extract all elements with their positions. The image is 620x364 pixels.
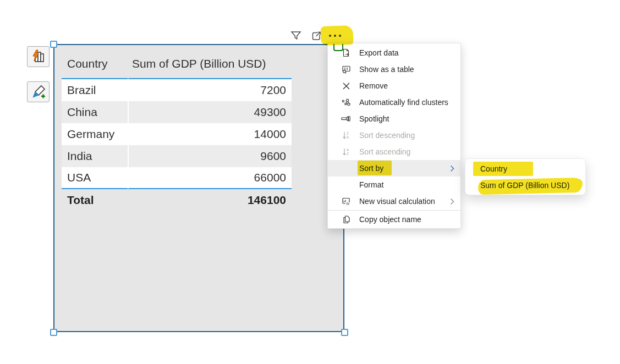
copy-icon: [341, 215, 351, 224]
sort-descending-icon: Z A: [341, 131, 351, 140]
focus-mode-button[interactable]: [309, 29, 322, 42]
format-visual-button[interactable]: [27, 81, 50, 102]
menu-item-label: Sort by: [359, 164, 383, 173]
visual-options-menu: Export data Show as a table Remove: [327, 43, 461, 229]
cell-value[interactable]: 7200: [128, 79, 292, 101]
menu-item-label: Remove: [359, 81, 388, 90]
menu-item-label: Sort ascending: [359, 147, 410, 156]
table-row[interactable]: Germany 14000: [62, 123, 292, 145]
more-options-button[interactable]: [327, 29, 343, 42]
resize-handle-bottom-right[interactable]: [341, 329, 348, 336]
chevron-right-icon: [450, 198, 454, 205]
chevron-right-icon: [450, 165, 454, 172]
data-table: Country Sum of GDP (Billion USD) Brazil …: [62, 49, 292, 211]
svg-text:A: A: [347, 135, 349, 139]
menu-item-label: Spotlight: [359, 114, 389, 123]
table-header-row: Country Sum of GDP (Billion USD): [62, 49, 292, 79]
menu-item-show-as-table[interactable]: Show as a table: [328, 61, 460, 78]
visual-calculation-icon: fx: [341, 197, 351, 206]
menu-item-find-clusters[interactable]: Automatically find clusters: [328, 94, 460, 111]
svg-text:A: A: [347, 148, 349, 152]
menu-item-label: Automatically find clusters: [359, 98, 448, 107]
menu-item-label: Show as a table: [359, 65, 414, 74]
filter-button[interactable]: [289, 29, 303, 42]
svg-text:Z: Z: [347, 152, 349, 156]
menu-item-spotlight[interactable]: Spotlight: [328, 111, 460, 127]
menu-item-label: Export data: [359, 48, 399, 57]
focus-mode-icon: [310, 30, 322, 42]
total-label: Total: [62, 189, 128, 211]
total-value: 146100: [128, 189, 292, 211]
menu-item-copy-object-name[interactable]: Copy object name: [328, 211, 460, 228]
table-row[interactable]: USA 66000: [62, 167, 292, 189]
ellipsis-icon: [329, 35, 342, 37]
submenu-item-label: Country: [480, 164, 507, 173]
menu-item-label: Copy object name: [359, 215, 421, 224]
cell-country[interactable]: India: [62, 145, 128, 167]
analyze-lightning-chart-icon: [31, 49, 46, 64]
resize-handle-bottom-left[interactable]: [50, 329, 57, 336]
clusters-icon: [341, 98, 351, 107]
svg-text:fx: fx: [346, 201, 349, 206]
cell-country[interactable]: Brazil: [62, 79, 128, 101]
submenu-item-country[interactable]: Country: [465, 161, 585, 177]
table-row[interactable]: China 49300: [62, 101, 292, 123]
table-row[interactable]: India 9600: [62, 145, 292, 167]
menu-item-label: Format: [359, 180, 383, 189]
cell-country[interactable]: USA: [62, 167, 128, 189]
submenu-item-gdp[interactable]: Sum of GDP (Billion USD): [465, 177, 585, 194]
column-header-gdp[interactable]: Sum of GDP (Billion USD): [128, 49, 292, 79]
cell-value[interactable]: 9600: [128, 145, 292, 167]
sort-ascending-icon: A Z: [341, 147, 351, 156]
remove-icon: [341, 82, 351, 90]
sort-by-submenu: Country Sum of GDP (Billion USD): [465, 158, 586, 195]
paintbrush-add-icon: [31, 84, 46, 100]
menu-item-format[interactable]: Format: [328, 177, 460, 193]
table-row[interactable]: Brazil 7200: [62, 79, 292, 101]
menu-item-new-visual-calculation[interactable]: fx New visual calculation: [328, 193, 460, 209]
menu-item-sort-by[interactable]: Sort by: [328, 160, 460, 177]
menu-item-sort-ascending: A Z Sort ascending: [328, 144, 460, 160]
table-visual[interactable]: Country Sum of GDP (Billion USD) Brazil …: [53, 44, 344, 332]
menu-item-label: New visual calculation: [359, 197, 435, 206]
menu-item-remove[interactable]: Remove: [328, 78, 460, 94]
cell-country[interactable]: China: [62, 101, 128, 123]
green-focus-outline: [333, 44, 343, 51]
menu-separator: [328, 210, 460, 211]
spotlight-icon: [341, 115, 351, 123]
table-total-row: Total 146100: [62, 189, 292, 211]
menu-item-export-data[interactable]: Export data: [328, 45, 460, 61]
submenu-item-label: Sum of GDP (Billion USD): [480, 181, 569, 190]
cell-value[interactable]: 66000: [128, 167, 292, 189]
menu-item-sort-descending: Z A Sort descending: [328, 127, 460, 144]
svg-text:Z: Z: [347, 131, 349, 135]
column-header-country[interactable]: Country: [62, 49, 128, 79]
cell-value[interactable]: 49300: [128, 101, 292, 123]
resize-handle-top-left[interactable]: [50, 41, 57, 48]
cell-value[interactable]: 14000: [128, 123, 292, 145]
menu-item-label: Sort descending: [359, 131, 415, 140]
show-as-table-icon: [341, 65, 351, 74]
filter-funnel-icon: [290, 30, 302, 42]
analyze-visual-button[interactable]: [27, 46, 50, 67]
cell-country[interactable]: Germany: [62, 123, 128, 145]
report-canvas: Country Sum of GDP (Billion USD) Brazil …: [0, 0, 620, 364]
